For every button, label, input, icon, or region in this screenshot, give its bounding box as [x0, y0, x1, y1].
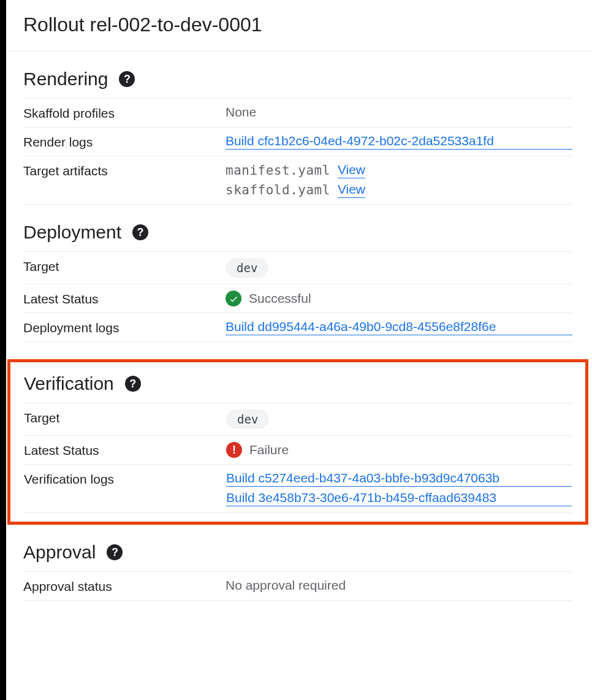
exclamation-icon — [226, 442, 242, 458]
checkmark-icon — [226, 291, 241, 306]
verification-logs-row: Verification logs Build c5274eed-b437-4a… — [24, 465, 572, 513]
artifact-file-skaffold: skaffold.yaml — [226, 183, 330, 197]
deployment-target-row: Target dev — [23, 251, 572, 284]
verification-status-label: Latest Status — [24, 442, 226, 458]
deployment-status-label: Latest Status — [23, 291, 226, 306]
rendering-heading: Rendering — [23, 69, 108, 89]
help-icon[interactable]: ? — [125, 376, 141, 392]
approval-status-value: No approval required — [226, 578, 572, 593]
verification-highlight: Verification ? Target dev Latest Status … — [7, 359, 588, 525]
deployment-logs-row: Deployment logs Build dd995444-a46a-49b0… — [23, 313, 572, 342]
render-logs-link[interactable]: Build cfc1b2c6-04ed-4972-b02c-2da52533a1… — [226, 134, 572, 150]
verification-logs-link[interactable]: Build 3e458b73-30e6-471b-b459-cffaad6394… — [226, 490, 572, 506]
verification-logs-link[interactable]: Build c5274eed-b437-4a03-bbfe-b93d9c4706… — [226, 471, 572, 487]
deployment-status-value: Successful — [249, 291, 311, 306]
verification-section: Verification ? Target dev Latest Status … — [24, 373, 572, 513]
deployment-logs-link[interactable]: Build dd995444-a46a-49b0-9cd8-4556e8f28f… — [226, 319, 572, 335]
deployment-target-label: Target — [23, 258, 226, 274]
deployment-heading: Deployment — [23, 222, 121, 243]
artifact-view-link[interactable]: View — [338, 182, 365, 198]
verification-status-value: Failure — [249, 443, 289, 457]
approval-status-row: Approval status No approval required — [23, 571, 572, 601]
verification-target-label: Target — [24, 409, 226, 425]
verification-target-row: Target dev — [24, 403, 572, 436]
title-divider — [6, 51, 592, 51]
render-logs-row: Render logs Build cfc1b2c6-04ed-4972-b02… — [23, 127, 572, 156]
verification-status-row: Latest Status Failure — [24, 436, 572, 465]
skaffold-profiles-row: Skaffold profiles None — [23, 98, 572, 127]
target-chip: dev — [226, 258, 268, 278]
verification-logs-label: Verification logs — [24, 471, 226, 487]
page-title: Rollout rel-002-to-dev-0001 — [23, 13, 572, 36]
target-artifacts-row: Target artifacts manifest.yaml View skaf… — [23, 156, 572, 205]
approval-section: Approval ? Approval status No approval r… — [23, 542, 572, 601]
target-artifacts-label: Target artifacts — [23, 162, 226, 178]
deployment-logs-label: Deployment logs — [23, 319, 226, 335]
target-chip: dev — [226, 409, 269, 429]
skaffold-profiles-label: Skaffold profiles — [23, 105, 226, 121]
help-icon[interactable]: ? — [107, 544, 123, 560]
help-icon[interactable]: ? — [119, 71, 135, 87]
verification-heading: Verification — [24, 373, 114, 394]
artifact-file-manifest: manifest.yaml — [226, 163, 330, 178]
deployment-section: Deployment ? Target dev Latest Status Su… — [23, 222, 572, 342]
deployment-status-row: Latest Status Successful — [23, 284, 572, 313]
approval-heading: Approval — [23, 542, 96, 563]
artifact-view-link[interactable]: View — [338, 162, 365, 178]
render-logs-label: Render logs — [23, 134, 226, 150]
help-icon[interactable]: ? — [132, 224, 148, 240]
skaffold-profiles-value: None — [226, 105, 572, 120]
rendering-section: Rendering ? Skaffold profiles None Rende… — [23, 69, 572, 205]
approval-status-label: Approval status — [23, 578, 226, 594]
